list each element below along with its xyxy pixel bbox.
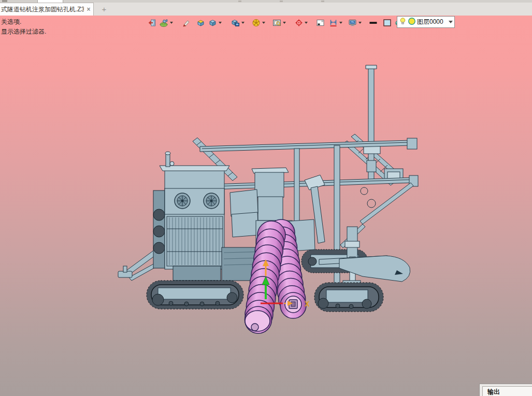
drill-rig-model: X	[118, 65, 418, 333]
ribbon-fragment	[280, 1, 283, 2]
document-tab-bar: 式隧道钻机注浆加固钻孔机.Z3 × +	[0, 3, 532, 16]
document-tab[interactable]: 式隧道钻机注浆加固钻孔机.Z3 ×	[0, 3, 94, 16]
new-tab-button[interactable]: +	[98, 4, 110, 14]
ribbon-fragment	[321, 1, 324, 2]
app-window: 式隧道钻机注浆加固钻孔机.Z3 × + 关选项. 显示选择过滤器. 图层0000	[0, 0, 532, 396]
axis-x-label: X	[305, 300, 310, 308]
3d-model-canvas[interactable]: X	[0, 16, 532, 396]
auger-front	[245, 221, 286, 333]
ribbon-fragment	[2, 0, 7, 2]
ribbon-fragment	[238, 1, 241, 2]
output-panel: 输出	[479, 384, 532, 396]
3d-viewport[interactable]: 关选项. 显示选择过滤器. 图层0000	[0, 16, 532, 396]
output-panel-tab[interactable]: 输出	[482, 386, 532, 396]
tab-close-icon[interactable]: ×	[84, 6, 93, 13]
document-tab-title: 式隧道钻机注浆加固钻孔机.Z3	[0, 5, 84, 14]
